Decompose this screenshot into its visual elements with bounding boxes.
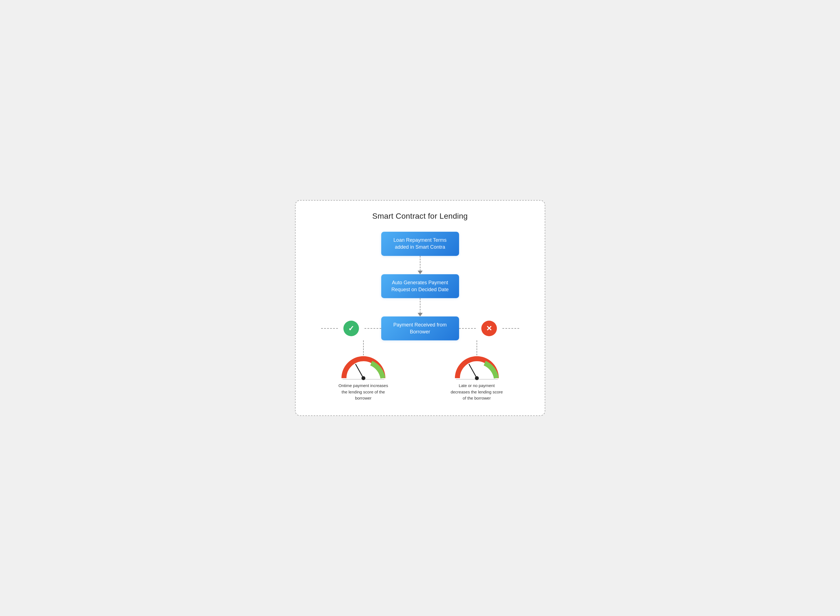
gauge-ontime: [341, 355, 385, 380]
branch-ontime: Ontime payment increases the lending sco…: [327, 340, 400, 402]
gauge-svg-right: [455, 355, 499, 380]
dashed-line-2: [420, 298, 421, 313]
arrow-1: [418, 256, 423, 274]
check-icon: ✓: [343, 321, 359, 336]
box-payment-received: Payment Received from Borrower: [381, 317, 459, 340]
gauge-late: [455, 355, 499, 380]
arrow-2: [418, 298, 423, 317]
svg-point-2: [362, 376, 365, 380]
branch-line-right: [477, 340, 477, 355]
x-icon: ✕: [481, 321, 497, 336]
arrow-head-1: [418, 271, 423, 274]
bottom-row: Ontime payment increases the lending sco…: [307, 340, 534, 402]
dashed-h-right2: [502, 328, 519, 329]
label-late: Late or no payment decreases the lending…: [449, 383, 505, 402]
page-title: Smart Contract for Lending: [372, 212, 468, 221]
dashed-h-left2: [365, 328, 381, 329]
branch-late: Late or no payment decreases the lending…: [441, 340, 513, 402]
box-auto-generates: Auto Generates Payment Request on Decide…: [381, 274, 459, 298]
svg-line-4: [469, 364, 477, 378]
box-loan-repayment: Loan Repayment Terms added in Smart Cont…: [381, 232, 459, 256]
branch-line-left: [363, 340, 364, 355]
gauge-svg-left: [341, 355, 385, 380]
svg-point-5: [475, 376, 479, 380]
arrow-head-2: [418, 313, 423, 317]
main-container: Smart Contract for Lending Loan Repaymen…: [295, 200, 545, 416]
flow-diagram: Loan Repayment Terms added in Smart Cont…: [307, 232, 534, 402]
payment-row: ✓ Payment Received from Borrower ✕: [307, 317, 534, 340]
dashed-line-1: [420, 256, 421, 271]
dashed-h-left: [321, 328, 338, 329]
dashed-h-right: [459, 328, 476, 329]
label-ontime: Ontime payment increases the lending sco…: [335, 383, 391, 402]
svg-line-1: [356, 364, 363, 378]
